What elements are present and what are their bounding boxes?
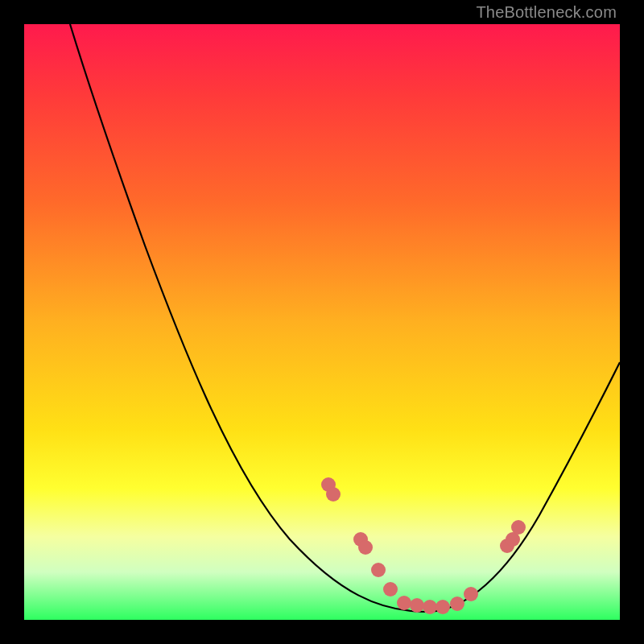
curve-marker [436, 600, 450, 614]
curve-marker [326, 487, 341, 502]
marker-group [321, 477, 526, 614]
curve-marker [450, 597, 464, 611]
watermark-text: TheBottleneck.com [476, 3, 617, 22]
curve-marker [511, 520, 526, 535]
curve-marker [410, 598, 424, 613]
curve-line [70, 24, 620, 612]
curve-marker [358, 540, 373, 555]
curve-marker [371, 563, 386, 577]
curve-marker [423, 600, 437, 614]
curve-marker [464, 587, 478, 601]
bottleneck-curve-chart [24, 24, 620, 620]
curve-marker [383, 582, 398, 597]
curve-marker [397, 596, 411, 610]
